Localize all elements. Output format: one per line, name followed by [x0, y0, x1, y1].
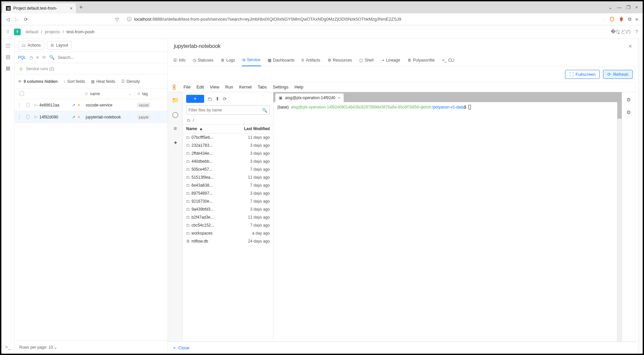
extensions-icon[interactable]: ✦ [173, 139, 178, 146]
crumb-projects[interactable]: projects [45, 29, 60, 34]
name-header[interactable]: name [90, 91, 100, 96]
menu-icon[interactable]: ≡ [635, 17, 638, 22]
file-row[interactable]: 🗀51513f9ea...11 days ago [183, 173, 273, 181]
menu-tabs[interactable]: Tabs [258, 85, 267, 89]
bookmark-rail-icon[interactable]: ▤ [6, 54, 10, 60]
minimize-icon[interactable]: — [617, 5, 622, 10]
org-badge[interactable]: T [14, 29, 21, 35]
chevron-down-icon[interactable]: ⌄ [54, 345, 57, 350]
heat-button[interactable]: ▦Heat fields [91, 79, 115, 84]
pip-icon[interactable]: ⧉ [628, 16, 631, 22]
file-row[interactable]: 🗀cbc54c152...7 days ago [183, 221, 273, 229]
search-input[interactable] [58, 55, 164, 60]
file-row[interactable]: 🗀440dbebb...3 days ago [183, 157, 273, 165]
filter-input[interactable] [188, 108, 262, 112]
external-link-icon[interactable]: ↗ [72, 115, 75, 119]
scrollbar[interactable] [638, 39, 643, 354]
list-icon[interactable]: ≡ [36, 55, 39, 60]
row-checkbox[interactable] [26, 103, 29, 107]
new-tab-button[interactable]: + [79, 4, 83, 11]
actions-button[interactable]: 🗂Actions [18, 41, 44, 50]
file-row[interactable]: 🗀9a439bfd3...3 days ago [183, 205, 273, 213]
file-row[interactable]: 🗀232a1783...3 days ago [183, 141, 273, 149]
window-close-icon[interactable]: × [635, 5, 638, 10]
tab-dashboards[interactable]: ▦Dashboards [267, 54, 295, 66]
back-icon[interactable]: ◁ [6, 17, 10, 22]
pager[interactable]: Rows per page: 10 ⌄ [15, 340, 167, 354]
menu-edit[interactable]: Edit [196, 85, 204, 89]
crumb-default[interactable]: default [25, 29, 38, 34]
file-row[interactable]: 🗀workspacesa day ago [183, 229, 273, 237]
menu-run[interactable]: Run [225, 85, 233, 89]
sort-button[interactable]: ↕Sort fields [64, 79, 85, 84]
toc-icon[interactable]: ≡ [174, 125, 177, 132]
terminal-body[interactable]: (base) aisg@plx-operation-14f92d09014843… [273, 102, 622, 341]
file-row[interactable]: 🗀6e43a638...7 days ago [183, 181, 273, 189]
file-row[interactable]: 🗀2ffde434e...3 days ago [183, 149, 273, 157]
density-button[interactable]: ☰Density [121, 79, 140, 84]
terminal-tab[interactable]: ▣ aisg@plx-operation-14f92d0 × [275, 93, 344, 102]
brave-shield-icon[interactable] [609, 17, 615, 22]
sort-asc-icon[interactable]: ▲ [199, 126, 203, 131]
new-folder-icon[interactable]: 🗀 [207, 96, 212, 101]
upload-icon[interactable]: ⬆ [215, 96, 219, 101]
close-panel-icon[interactable]: × [628, 43, 632, 50]
file-row[interactable]: 🗎mlflow.db24 days ago [183, 237, 273, 245]
tab-logs[interactable]: 🗎Logs [220, 54, 236, 66]
menu-settings[interactable]: Settings [273, 85, 288, 89]
layout-button[interactable]: ⊞Layout [47, 41, 72, 50]
terminal-icon[interactable]: >_ [5, 344, 11, 350]
row-checkbox[interactable] [26, 115, 29, 119]
file-row[interactable]: 🗀89754897...3 days ago [183, 189, 273, 197]
close-icon[interactable]: × [70, 6, 73, 11]
reload-icon[interactable]: ⟳ [24, 17, 28, 22]
tab-artifacts[interactable]: ⎘Artifacts [301, 54, 321, 66]
chevron-down-icon[interactable]: ⌄ [608, 5, 612, 10]
menu-view[interactable]: View [210, 85, 219, 89]
columns-hidden-button[interactable]: 👁9 columns hidden [18, 79, 58, 84]
file-row[interactable]: 🗀505ce457...7 days ago [183, 165, 273, 173]
bookmark-icon[interactable]: ▽ [115, 17, 119, 22]
fullscreen-button[interactable]: ⛶Fullscreen [565, 70, 600, 79]
tab-polyaxonfile[interactable]: 🗎Polyaxonfile [407, 54, 436, 66]
running-icon[interactable]: ◯ [172, 111, 178, 118]
tab-lineage[interactable]: ⇢Lineage [380, 54, 401, 66]
file-row[interactable]: 🗀9216730e...7 days ago [183, 197, 273, 205]
menu-file[interactable]: File [183, 85, 190, 89]
brave-logo-icon[interactable] [619, 17, 624, 22]
external-link-icon[interactable]: ↗ [72, 103, 75, 107]
debugger-icon[interactable]: ⚙ [626, 109, 631, 115]
row-menu-icon[interactable]: ⋮ [17, 115, 21, 119]
file-filter[interactable]: 🔍 [186, 105, 270, 115]
clock-icon[interactable]: ◷ [29, 55, 33, 60]
name-col-header[interactable]: Name [186, 126, 197, 131]
select-all-checkbox[interactable] [20, 91, 24, 96]
launcher-button[interactable]: + [186, 95, 204, 103]
tab-info[interactable]: 🛈Info [172, 54, 186, 66]
menu-help[interactable]: Help [294, 85, 303, 89]
modified-col-header[interactable]: Last Modified [244, 126, 270, 131]
address-bar[interactable]: ⓘ localhost:8888/ui/default/test-from-po… [124, 16, 599, 22]
tab-resources[interactable]: ⚙Resources [327, 54, 353, 66]
close-button[interactable]: × Close [168, 342, 638, 354]
row-menu-icon[interactable]: ⋮ [17, 103, 21, 107]
file-row[interactable]: 🗀b2f47ad3e...11 days ago [183, 213, 273, 221]
tab-statuses[interactable]: ◷Statuses [192, 54, 214, 66]
refresh-files-icon[interactable]: ⟳ [223, 96, 227, 101]
scrollbar-thumb[interactable] [617, 102, 622, 119]
chevron-down-icon[interactable]: ⌄ [128, 91, 132, 96]
refresh-query-icon[interactable]: ⟳ [42, 55, 46, 60]
browser-tab[interactable]: Project default.test-from- × [3, 3, 76, 13]
file-row[interactable]: 🗀07bcfff5eb...11 days ago [183, 133, 273, 141]
table-row[interactable]: ⋮ ▷4e88612aa↗✦ vscode-service vscod [15, 99, 167, 111]
sidebar-icon[interactable]: ◫ [6, 43, 10, 49]
path-root[interactable]: / [193, 118, 194, 123]
tab-cli[interactable]: >_CLI [441, 54, 455, 66]
help-icon[interactable]: ? [635, 29, 638, 35]
pql-label[interactable]: PQL [18, 55, 26, 60]
tab-service[interactable]: ⧉Service [242, 54, 261, 66]
grip-icon[interactable]: ⠿ [6, 29, 9, 35]
tab-shell[interactable]: ▢Shell [359, 54, 374, 66]
table-icon[interactable]: ▦ [6, 65, 10, 71]
folder-icon[interactable]: 📁 [172, 97, 179, 104]
